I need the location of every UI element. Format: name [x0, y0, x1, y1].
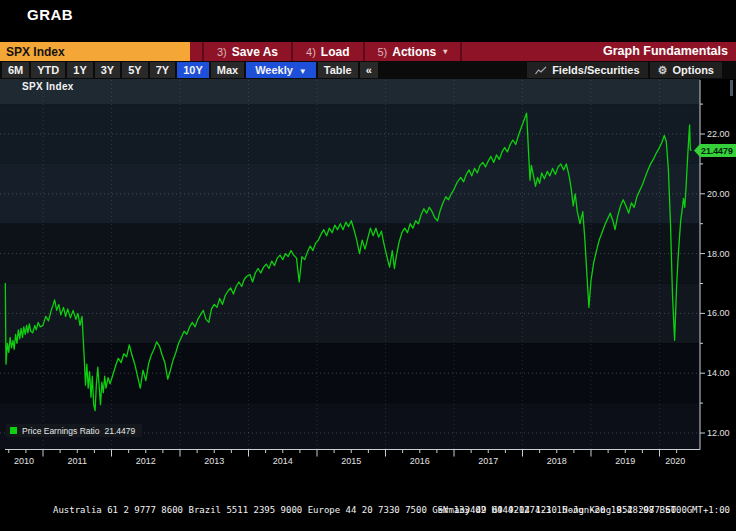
chevron-down-icon: ▼ [299, 67, 307, 76]
frequency-label: Weekly [255, 64, 293, 76]
options-button[interactable]: ⚙ Options [650, 62, 722, 78]
load-key-prefix: 4) [306, 46, 316, 58]
actions-label: Actions [392, 45, 436, 59]
chart-security-label: SPX Index [22, 81, 74, 92]
toolbar-spacer [190, 42, 202, 61]
save-as-button[interactable]: 3) Save As [202, 42, 291, 61]
tab-range-ytd[interactable]: YTD [31, 62, 65, 78]
svg-text:20.00: 20.00 [707, 189, 730, 199]
security-input[interactable] [0, 42, 190, 61]
command-toolbar: 3) Save As 4) Load 5) Actions ▾ Graph Fu… [0, 42, 736, 61]
tab-range-10y[interactable]: 10Y [177, 62, 209, 78]
svg-text:12.00: 12.00 [707, 428, 730, 438]
svg-text:14.00: 14.00 [707, 368, 730, 378]
svg-text:21.4479: 21.4479 [701, 146, 733, 156]
tab-range-3y[interactable]: 3Y [95, 62, 120, 78]
collapse-toolbar-button[interactable]: « [360, 62, 378, 78]
scrollbar-fragment[interactable] [730, 80, 733, 96]
fields-securities-label: Fields/Securities [552, 62, 639, 78]
function-title: Graph Fundamentals [603, 42, 736, 61]
chart-legend[interactable]: Price Earnings Ratio 21.4479 [6, 424, 142, 437]
tab-range-6m[interactable]: 6M [2, 62, 29, 78]
tab-range-1y[interactable]: 1Y [67, 62, 92, 78]
legend-series-name: Price Earnings Ratio [22, 426, 99, 436]
legend-series-value: 21.4479 [104, 426, 135, 436]
load-label: Load [321, 45, 350, 59]
tab-range-max[interactable]: Max [211, 62, 244, 78]
options-label: Options [672, 62, 714, 78]
svg-text:2018: 2018 [547, 456, 567, 466]
command-line-text: GRAB [27, 6, 73, 23]
tab-table[interactable]: Table [318, 62, 358, 78]
svg-text:18.00: 18.00 [707, 249, 730, 259]
mini-chart-icon [535, 66, 547, 75]
price-earnings-chart[interactable]: 12.0014.0016.0018.0020.0022.002010201120… [0, 0, 736, 531]
load-button[interactable]: 4) Load [291, 42, 362, 61]
range-tabbar: 6M YTD 1Y 3Y 5Y 7Y 10Y Max Weekly▼ Table… [0, 61, 736, 79]
svg-text:2014: 2014 [273, 456, 293, 466]
fields-securities-button[interactable]: Fields/Securities [527, 62, 647, 78]
save-as-key-prefix: 3) [217, 46, 227, 58]
save-as-label: Save As [232, 45, 278, 59]
legend-swatch-icon [10, 427, 17, 434]
svg-text:2015: 2015 [341, 456, 361, 466]
gear-icon: ⚙ [658, 62, 668, 78]
svg-text:2019: 2019 [615, 456, 635, 466]
actions-button[interactable]: 5) Actions ▾ [363, 42, 463, 61]
svg-text:22.00: 22.00 [707, 129, 730, 139]
tab-range-5y[interactable]: 5Y [122, 62, 147, 78]
svg-text:2011: 2011 [68, 456, 87, 466]
svg-text:2017: 2017 [478, 456, 498, 466]
frequency-dropdown[interactable]: Weekly▼ [246, 62, 316, 78]
svg-text:2016: 2016 [410, 456, 430, 466]
svg-text:2013: 2013 [204, 456, 224, 466]
svg-text:2020: 2020 [665, 456, 685, 466]
tab-range-7y[interactable]: 7Y [150, 62, 175, 78]
actions-key-prefix: 5) [378, 46, 388, 58]
bloomberg-terminal-window: GRAB 12.0014.0016.0018.0020.0022.0020102… [0, 0, 736, 531]
footer-session-line: SN 133402 H444-1274-3 15-Jun-20 19:48:08… [437, 505, 730, 515]
svg-text:2012: 2012 [136, 456, 156, 466]
svg-text:16.00: 16.00 [707, 308, 730, 318]
chevron-down-icon: ▾ [443, 47, 447, 56]
svg-text:2010: 2010 [14, 456, 34, 466]
